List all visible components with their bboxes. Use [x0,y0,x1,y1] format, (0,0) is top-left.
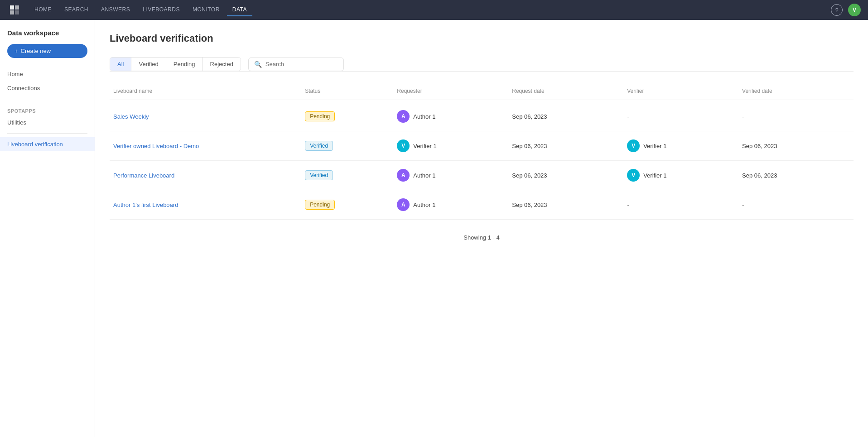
topnav-answers[interactable]: ANSWERS [96,4,135,16]
cell-name: Verifier owned Liveboard - Demo [110,141,301,151]
cell-requester: A Author 1 [393,197,508,213]
requester-avatar: A [397,198,410,211]
showing-label: Showing [463,234,486,241]
verified-date-dash: - [742,202,744,208]
filter-tab-rejected[interactable]: Rejected [203,58,241,71]
col-header-status: Status [301,86,393,96]
cell-verified-date: Sep 06, 2023 [738,141,854,151]
cell-request-date: Sep 06, 2023 [508,170,623,181]
table-row: Sales Weekly Pending A Author 1 Sep 06, … [110,102,854,131]
table-body: Sales Weekly Pending A Author 1 Sep 06, … [110,102,854,220]
main-content: Liveboard verification All Verified Pend… [95,20,868,437]
status-badge: Pending [305,200,335,210]
topnav-items: HOME SEARCH ANSWERS LIVEBOARDS MONITOR D… [29,4,827,16]
cell-status: Pending [301,110,393,123]
requester-name: Verifier 1 [413,143,436,149]
cell-status: Pending [301,198,393,211]
search-icon: 🔍 [254,61,262,68]
cell-requester: V Verifier 1 [393,138,508,154]
create-new-label: Create new [21,48,51,54]
sidebar-divider-1 [7,99,87,99]
filter-tabs: All Verified Pending Rejected [110,57,241,71]
status-badge: Verified [305,170,333,180]
verified-date: Sep 06, 2023 [742,172,777,179]
col-header-verified-date: Verified date [738,86,854,96]
create-new-button[interactable]: + Create new [7,44,87,58]
topnav-monitor[interactable]: MONITOR [187,4,225,16]
liveboard-link[interactable]: Verifier owned Liveboard - Demo [113,143,199,149]
requester-name: Author 1 [413,113,435,120]
svg-rect-0 [10,5,14,10]
cell-request-date: Sep 06, 2023 [508,111,623,122]
cell-status: Verified [301,139,393,153]
cell-verifier: - [623,111,738,122]
verifier-cell: V Verifier 1 [627,139,735,152]
liveboard-link[interactable]: Author 1's first Liveboard [113,202,178,208]
col-header-name: Liveboard name [110,86,301,96]
app-logo[interactable] [7,3,22,17]
table-row: Verifier owned Liveboard - Demo Verified… [110,131,854,161]
topnav-home[interactable]: HOME [29,4,57,16]
table-footer: Showing 1 - 4 [110,234,854,241]
requester-cell: A Author 1 [397,198,505,211]
cell-name: Sales Weekly [110,111,301,122]
requester-avatar: A [397,110,410,123]
col-header-request-date: Request date [508,86,623,96]
help-button[interactable]: ? [831,4,843,16]
filter-tab-all[interactable]: All [110,58,131,71]
search-box: 🔍 [248,58,344,71]
verifier-name: Verifier 1 [643,172,666,179]
page-title: Liveboard verification [110,33,854,44]
table-header: Liveboard name Status Requester Request … [110,82,854,100]
svg-rect-1 [15,5,19,10]
sidebar-divider-2 [7,133,87,134]
sidebar-item-liveboard-verification[interactable]: Liveboard verification [0,137,95,151]
sidebar-item-utilities[interactable]: Utilities [0,115,95,130]
status-badge: Verified [305,141,333,151]
cell-status: Verified [301,168,393,182]
cell-requester: A Author 1 [393,108,508,125]
topnav-data[interactable]: DATA [227,4,252,16]
svg-rect-2 [10,10,14,14]
topnav-search[interactable]: SEARCH [59,4,94,16]
plus-icon: + [14,48,18,54]
requester-avatar: V [397,139,410,152]
col-header-requester: Requester [393,86,508,96]
sidebar: Data workspace + Create new Home Connect… [0,20,95,437]
search-input[interactable] [265,61,338,67]
sidebar-title: Data workspace [0,29,95,44]
cell-verifier: V Verifier 1 [623,138,738,154]
topnav-liveboards[interactable]: LIVEBOARDS [137,4,185,16]
topnav: HOME SEARCH ANSWERS LIVEBOARDS MONITOR D… [0,0,868,20]
cell-verifier: V Verifier 1 [623,167,738,183]
main-layout: Data workspace + Create new Home Connect… [0,20,868,437]
verifier-name: Verifier 1 [643,143,666,149]
liveboard-link[interactable]: Sales Weekly [113,113,149,120]
status-badge: Pending [305,111,335,121]
verified-date-dash: - [742,113,744,120]
cell-request-date: Sep 06, 2023 [508,200,623,210]
requester-cell: V Verifier 1 [397,139,505,152]
cell-verified-date: - [738,200,854,210]
requester-avatar: A [397,169,410,182]
table-row: Performance Liveboard Verified A Author … [110,161,854,190]
verifier-cell: V Verifier 1 [627,169,735,182]
user-avatar[interactable]: V [848,4,861,16]
verified-date: Sep 06, 2023 [742,143,777,149]
cell-verifier: - [623,200,738,210]
liveboard-link[interactable]: Performance Liveboard [113,172,174,179]
cell-verified-date: - [738,111,854,122]
sidebar-section-spotapps: SpotApps [0,103,95,115]
col-header-verifier: Verifier [623,86,738,96]
cell-name: Author 1's first Liveboard [110,200,301,210]
cell-requester: A Author 1 [393,167,508,183]
requester-name: Author 1 [413,202,435,208]
cell-request-date: Sep 06, 2023 [508,141,623,151]
requester-name: Author 1 [413,172,435,179]
sidebar-item-connections[interactable]: Connections [0,81,95,95]
filter-tab-verified[interactable]: Verified [131,58,166,71]
sidebar-item-home[interactable]: Home [0,67,95,81]
svg-rect-3 [15,10,19,14]
verifier-avatar: V [627,169,640,182]
filter-tab-pending[interactable]: Pending [166,58,203,71]
